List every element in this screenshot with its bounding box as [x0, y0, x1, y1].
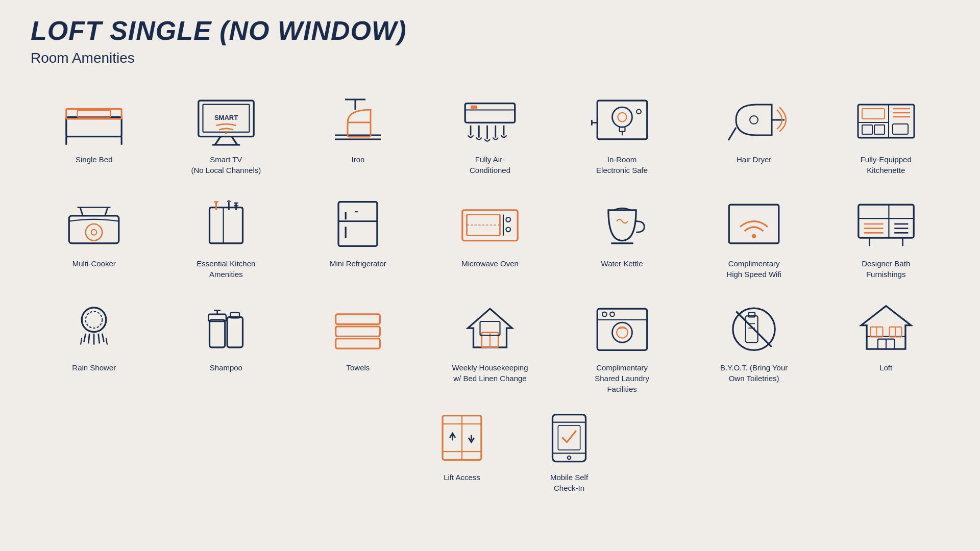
hair-dryer-label: Hair Dryer: [737, 154, 771, 165]
bottom-amenities-row: Lift Access Mobile SelfCheck-In: [31, 405, 949, 498]
wifi-icon: [721, 196, 787, 252]
lift-access-label: Lift Access: [444, 472, 480, 483]
svg-point-73: [752, 234, 756, 239]
svg-point-134: [568, 456, 571, 460]
amenities-grid: Single Bed SMART Smart TV(No Local Chann…: [31, 87, 949, 399]
svg-point-108: [602, 312, 607, 317]
amenity-electronic-safe: In-RoomElectronic Safe: [558, 87, 685, 181]
single-bed-label: Single Bed: [76, 154, 113, 165]
kitchen-amenities-label: Essential KitchenAmenities: [197, 258, 255, 280]
mobile-checkin-icon: [536, 410, 602, 466]
svg-line-92: [81, 338, 82, 345]
svg-rect-0: [66, 117, 121, 137]
svg-line-93: [106, 338, 107, 345]
svg-line-87: [84, 334, 86, 342]
smart-tv-label: Smart TV(No Local Channels): [191, 154, 261, 176]
amenity-loft: Loft: [822, 295, 949, 399]
svg-rect-39: [862, 109, 885, 119]
svg-point-30: [636, 109, 641, 114]
smart-tv-icon: SMART: [193, 92, 259, 148]
amenity-laundry: ComplimentaryShared LaundryFacilities: [558, 295, 685, 399]
svg-point-110: [612, 322, 632, 342]
svg-rect-131: [553, 415, 586, 462]
housekeeping-icon: [457, 300, 523, 356]
amenity-housekeeping: Weekly Housekeepingw/ Bed Linen Change: [427, 295, 554, 399]
lift-access-icon: [429, 410, 495, 466]
amenity-smart-tv: SMART Smart TV(No Local Channels): [163, 87, 290, 181]
multi-cooker-icon: [61, 196, 127, 252]
svg-rect-40: [862, 125, 872, 134]
svg-rect-135: [558, 425, 580, 450]
svg-point-68: [506, 217, 510, 222]
amenity-byot: B.Y.O.T. (Bring YourOwn Toiletries): [691, 295, 818, 399]
air-conditioned-label: Fully Air-Conditioned: [470, 154, 510, 176]
svg-rect-36: [858, 105, 914, 138]
svg-line-49: [80, 208, 83, 216]
rain-shower-label: Rain Shower: [72, 362, 116, 373]
svg-point-11: [225, 132, 227, 134]
page-title: LOFT SINGLE (NO WINDOW): [31, 15, 949, 46]
bath-furnishings-label: Designer BathFurnishings: [862, 258, 910, 280]
amenity-iron: Iron: [295, 87, 422, 181]
svg-rect-45: [893, 124, 908, 134]
water-kettle-icon: [589, 196, 655, 252]
svg-rect-52: [209, 208, 242, 243]
amenity-air-conditioned: Fully Air-Conditioned: [427, 87, 554, 181]
svg-rect-102: [336, 339, 380, 349]
kitchenette-label: Fully-EquippedKitchenette: [861, 154, 912, 176]
wifi-label: ComplimentaryHigh Speed Wifi: [726, 258, 781, 280]
svg-point-109: [610, 312, 615, 317]
svg-line-7: [215, 137, 220, 145]
kitchenette-icon: [853, 92, 919, 148]
laundry-icon: [589, 300, 655, 356]
byot-icon: [721, 300, 787, 356]
mobile-checkin-label: Mobile SelfCheck-In: [550, 472, 588, 493]
loft-icon: [853, 300, 919, 356]
svg-rect-4: [78, 111, 111, 117]
iron-icon: [325, 92, 391, 148]
section-subtitle: Room Amenities: [31, 50, 949, 66]
amenity-water-kettle: Water Kettle: [558, 191, 685, 285]
electronic-safe-icon: [589, 92, 655, 148]
multi-cooker-label: Multi-Cooker: [72, 258, 116, 269]
svg-rect-60: [339, 202, 378, 246]
towels-icon: [325, 300, 391, 356]
amenity-kitchen-amenities: Essential KitchenAmenities: [163, 191, 290, 285]
svg-point-48: [91, 230, 97, 235]
amenity-single-bed: Single Bed: [31, 87, 158, 181]
rain-shower-icon: [61, 300, 127, 356]
electronic-safe-label: In-RoomElectronic Safe: [596, 154, 648, 176]
amenity-mini-refrigerator: Mini Refrigerator: [295, 191, 422, 285]
svg-rect-98: [227, 317, 242, 347]
bath-furnishings-icon: [853, 196, 919, 252]
svg-rect-41: [874, 125, 885, 134]
housekeeping-label: Weekly Housekeepingw/ Bed Linen Change: [452, 362, 528, 384]
microwave-oven-label: Microwave Oven: [461, 258, 519, 269]
svg-line-50: [105, 208, 108, 216]
shampoo-label: Shampoo: [210, 362, 242, 373]
svg-rect-114: [746, 316, 758, 342]
svg-rect-19: [471, 106, 477, 109]
svg-text:SMART: SMART: [214, 114, 238, 121]
mini-refrigerator-label: Mini Refrigerator: [330, 258, 386, 269]
loft-label: Loft: [879, 362, 892, 373]
single-bed-icon: [61, 92, 127, 148]
svg-line-91: [103, 334, 104, 342]
svg-point-35: [750, 116, 758, 124]
svg-line-34: [728, 128, 736, 140]
amenity-rain-shower: Rain Shower: [31, 295, 158, 399]
kitchen-amenities-icon: [193, 196, 259, 252]
mini-refrigerator-icon: [325, 196, 391, 252]
svg-point-47: [86, 224, 103, 241]
svg-rect-101: [336, 327, 380, 337]
amenity-wifi: ComplimentaryHigh Speed Wifi: [691, 191, 818, 285]
svg-rect-106: [597, 309, 647, 350]
svg-line-8: [232, 137, 237, 145]
laundry-label: ComplimentaryShared LaundryFacilities: [595, 362, 649, 394]
amenity-lift-access: Lift Access: [424, 405, 500, 498]
amenity-kitchenette: Fully-EquippedKitchenette: [822, 87, 949, 181]
amenity-towels: Towels: [295, 295, 422, 399]
svg-line-90: [99, 334, 100, 344]
microwave-oven-icon: [457, 196, 523, 252]
svg-point-26: [612, 107, 632, 127]
